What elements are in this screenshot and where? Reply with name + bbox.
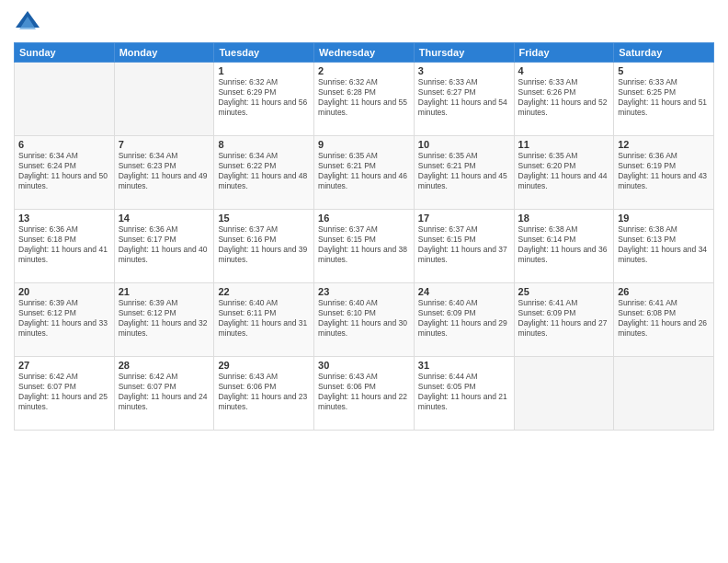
calendar-cell: 18Sunrise: 6:38 AMSunset: 6:14 PMDayligh… [514,210,614,283]
day-info: Sunrise: 6:36 AMSunset: 6:18 PMDaylight:… [18,224,110,265]
day-number: 13 [18,213,110,224]
logo-icon [14,9,41,37]
day-info: Sunrise: 6:37 AMSunset: 6:16 PMDaylight:… [218,224,310,265]
calendar-cell: 13Sunrise: 6:36 AMSunset: 6:18 PMDayligh… [15,210,115,283]
weekday-header-tuesday: Tuesday [214,43,314,63]
week-row-3: 13Sunrise: 6:36 AMSunset: 6:18 PMDayligh… [15,210,714,283]
calendar-cell: 10Sunrise: 6:35 AMSunset: 6:21 PMDayligh… [414,136,514,210]
day-number: 15 [218,213,310,224]
calendar-cell: 28Sunrise: 6:42 AMSunset: 6:07 PMDayligh… [114,357,214,431]
day-info: Sunrise: 6:39 AMSunset: 6:12 PMDaylight:… [18,298,110,339]
weekday-header-row: SundayMondayTuesdayWednesdayThursdayFrid… [15,43,714,63]
calendar-cell: 14Sunrise: 6:36 AMSunset: 6:17 PMDayligh… [114,210,214,283]
calendar-cell: 7Sunrise: 6:34 AMSunset: 6:23 PMDaylight… [114,136,214,210]
calendar-cell: 11Sunrise: 6:35 AMSunset: 6:20 PMDayligh… [514,136,614,210]
calendar-cell: 29Sunrise: 6:43 AMSunset: 6:06 PMDayligh… [214,357,314,431]
calendar-cell: 23Sunrise: 6:40 AMSunset: 6:10 PMDayligh… [314,283,415,357]
day-info: Sunrise: 6:42 AMSunset: 6:07 PMDaylight:… [119,372,210,412]
calendar-cell: 26Sunrise: 6:41 AMSunset: 6:08 PMDayligh… [614,283,714,357]
day-number: 29 [218,360,310,371]
calendar-cell: 17Sunrise: 6:37 AMSunset: 6:15 PMDayligh… [414,210,514,283]
day-number: 19 [618,213,710,224]
calendar-cell: 2Sunrise: 6:32 AMSunset: 6:28 PMDaylight… [314,63,415,136]
day-number: 26 [618,286,710,297]
weekday-header-friday: Friday [514,43,614,63]
day-number: 6 [18,139,110,150]
day-info: Sunrise: 6:43 AMSunset: 6:06 PMDaylight:… [218,372,310,412]
calendar-cell [15,63,115,136]
day-info: Sunrise: 6:40 AMSunset: 6:11 PMDaylight:… [218,298,310,339]
day-number: 21 [119,286,210,297]
day-info: Sunrise: 6:34 AMSunset: 6:24 PMDaylight:… [18,151,110,191]
day-number: 3 [418,65,510,76]
weekday-header-monday: Monday [114,43,214,63]
day-number: 5 [618,65,710,76]
weekday-header-sunday: Sunday [15,43,115,63]
day-number: 23 [318,286,410,297]
week-row-5: 27Sunrise: 6:42 AMSunset: 6:07 PMDayligh… [15,357,714,431]
week-row-2: 6Sunrise: 6:34 AMSunset: 6:24 PMDaylight… [15,136,714,210]
day-info: Sunrise: 6:40 AMSunset: 6:09 PMDaylight:… [418,298,510,339]
calendar-cell: 9Sunrise: 6:35 AMSunset: 6:21 PMDaylight… [314,136,415,210]
day-info: Sunrise: 6:32 AMSunset: 6:29 PMDaylight:… [218,77,310,118]
day-number: 22 [218,286,310,297]
day-info: Sunrise: 6:44 AMSunset: 6:05 PMDaylight:… [418,372,510,412]
day-info: Sunrise: 6:33 AMSunset: 6:26 PMDaylight:… [518,77,610,118]
header [14,9,714,37]
day-info: Sunrise: 6:36 AMSunset: 6:19 PMDaylight:… [618,151,710,191]
day-info: Sunrise: 6:42 AMSunset: 6:07 PMDaylight:… [18,372,110,412]
calendar-cell [114,63,214,136]
day-number: 25 [518,286,610,297]
day-info: Sunrise: 6:41 AMSunset: 6:09 PMDaylight:… [518,298,610,339]
weekday-header-wednesday: Wednesday [314,43,415,63]
day-number: 1 [218,65,310,76]
calendar-cell [614,357,714,431]
calendar-cell: 8Sunrise: 6:34 AMSunset: 6:22 PMDaylight… [214,136,314,210]
calendar-cell: 5Sunrise: 6:33 AMSunset: 6:25 PMDaylight… [614,63,714,136]
calendar-cell: 15Sunrise: 6:37 AMSunset: 6:16 PMDayligh… [214,210,314,283]
day-number: 31 [418,360,510,371]
day-info: Sunrise: 6:40 AMSunset: 6:10 PMDaylight:… [318,298,410,339]
day-number: 16 [318,213,410,224]
day-info: Sunrise: 6:35 AMSunset: 6:21 PMDaylight:… [418,151,510,191]
calendar-cell: 20Sunrise: 6:39 AMSunset: 6:12 PMDayligh… [15,283,115,357]
day-info: Sunrise: 6:37 AMSunset: 6:15 PMDaylight:… [418,224,510,265]
weekday-header-saturday: Saturday [614,43,714,63]
page: SundayMondayTuesdayWednesdayThursdayFrid… [0,0,728,563]
calendar-cell: 24Sunrise: 6:40 AMSunset: 6:09 PMDayligh… [414,283,514,357]
day-info: Sunrise: 6:33 AMSunset: 6:25 PMDaylight:… [618,77,710,118]
day-info: Sunrise: 6:37 AMSunset: 6:15 PMDaylight:… [318,224,410,265]
day-number: 4 [518,65,610,76]
day-info: Sunrise: 6:34 AMSunset: 6:23 PMDaylight:… [119,151,210,191]
day-info: Sunrise: 6:36 AMSunset: 6:17 PMDaylight:… [119,224,210,265]
day-number: 12 [618,139,710,150]
day-info: Sunrise: 6:33 AMSunset: 6:27 PMDaylight:… [418,77,510,118]
calendar-cell: 25Sunrise: 6:41 AMSunset: 6:09 PMDayligh… [514,283,614,357]
day-info: Sunrise: 6:35 AMSunset: 6:21 PMDaylight:… [318,151,410,191]
calendar-cell: 19Sunrise: 6:38 AMSunset: 6:13 PMDayligh… [614,210,714,283]
day-number: 18 [518,213,610,224]
day-number: 17 [418,213,510,224]
calendar-cell: 16Sunrise: 6:37 AMSunset: 6:15 PMDayligh… [314,210,415,283]
calendar-cell: 1Sunrise: 6:32 AMSunset: 6:29 PMDaylight… [214,63,314,136]
week-row-1: 1Sunrise: 6:32 AMSunset: 6:29 PMDaylight… [15,63,714,136]
calendar: SundayMondayTuesdayWednesdayThursdayFrid… [14,42,714,431]
day-info: Sunrise: 6:38 AMSunset: 6:14 PMDaylight:… [518,224,610,265]
day-number: 27 [18,360,110,371]
weekday-header-thursday: Thursday [414,43,514,63]
day-number: 2 [318,65,410,76]
day-number: 10 [418,139,510,150]
day-number: 11 [518,139,610,150]
day-info: Sunrise: 6:43 AMSunset: 6:06 PMDaylight:… [318,372,410,412]
calendar-cell: 3Sunrise: 6:33 AMSunset: 6:27 PMDaylight… [414,63,514,136]
calendar-cell: 27Sunrise: 6:42 AMSunset: 6:07 PMDayligh… [15,357,115,431]
day-info: Sunrise: 6:35 AMSunset: 6:20 PMDaylight:… [518,151,610,191]
day-number: 20 [18,286,110,297]
day-info: Sunrise: 6:34 AMSunset: 6:22 PMDaylight:… [218,151,310,191]
logo [14,9,45,37]
day-info: Sunrise: 6:32 AMSunset: 6:28 PMDaylight:… [318,77,410,118]
calendar-cell: 12Sunrise: 6:36 AMSunset: 6:19 PMDayligh… [614,136,714,210]
day-info: Sunrise: 6:39 AMSunset: 6:12 PMDaylight:… [119,298,210,339]
day-number: 30 [318,360,410,371]
calendar-cell: 6Sunrise: 6:34 AMSunset: 6:24 PMDaylight… [15,136,115,210]
